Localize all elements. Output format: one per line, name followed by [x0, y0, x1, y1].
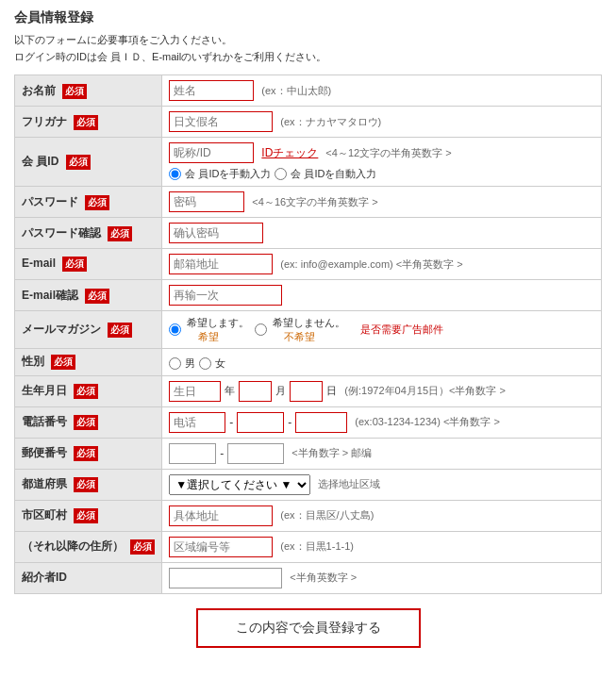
postal-input2[interactable] [227, 443, 284, 464]
table-row: 会 員ID 必須 IDチェック <4～12文字の半角英数字 > 会 員IDを手動… [15, 138, 602, 187]
address-hint: (ex：目黒1-1-1) [280, 539, 354, 554]
mail-magazine-no-label: 希望しません。 [273, 317, 345, 328]
mail-magazine-cell: 希望します。 希望 希望しません。 不希望 是否需要广告邮件 [162, 311, 602, 349]
address-cell: (ex：目黒1-1-1) [162, 531, 602, 562]
table-row: 性別 必須 男 女 [15, 348, 602, 375]
id-check-link[interactable]: IDチェック [261, 145, 318, 161]
password-hint: <4～16文字の半角英数字 > [252, 195, 377, 209]
email-label: E-mail 必須 [15, 249, 162, 280]
password-confirm-input[interactable] [169, 223, 263, 243]
birthday-month-input[interactable] [239, 381, 272, 402]
required-badge: 必須 [51, 355, 75, 370]
name-label: お名前 必須 [15, 75, 162, 107]
email-confirm-input[interactable] [169, 285, 282, 306]
birthday-label: 生年月日 必須 [15, 375, 162, 406]
table-row: メールマガジン 必須 希望します。 希望 希望しません。 不希望 是否需要广告邮… [15, 311, 602, 349]
prefecture-hint: 选择地址区域 [318, 477, 380, 491]
birthday-input[interactable] [169, 381, 221, 402]
id-check-hint: <4～12文字の半角英数字 > [325, 146, 451, 160]
phone-input1[interactable] [169, 412, 225, 433]
mail-magazine-no-sub: 不希望 [284, 331, 315, 342]
page-description: 以下のフォームに必要事項をご入力ください。 ログイン時のIDは会 員ＩＤ、E-m… [14, 32, 602, 65]
required-badge: 必須 [130, 539, 155, 555]
postal-label: 郵便番号 必須 [15, 438, 162, 469]
table-row: 生年月日 必須 年 月 日 (例:1972年04月15日）<半角数字 > [15, 375, 602, 406]
gender-male-radio[interactable] [169, 357, 181, 370]
table-row: 紹介者ID <半角英数字 > [15, 562, 602, 593]
gender-female-radio[interactable] [199, 357, 211, 370]
table-row: 都道府県 必須 ▼選択してください ▼ 选择地址区域 [15, 469, 602, 500]
table-row: お名前 必須 (ex：中山太郎) [15, 75, 602, 107]
gender-label: 性別 必須 [15, 348, 162, 375]
referrer-cell: <半角英数字 > [162, 562, 602, 593]
name-cell: (ex：中山太郎) [162, 75, 602, 107]
phone-separator2: - [288, 416, 291, 429]
postal-hint: <半角数字 > 邮编 [291, 446, 372, 460]
table-row: E-mail確認 必須 [15, 280, 602, 311]
address-label: （それ以降の住所） 必須 [15, 531, 162, 562]
birthday-cell: 年 月 日 (例:1972年04月15日）<半角数字 > [162, 375, 602, 406]
phone-hint: (ex:03-1234-1234) <半角数字 > [355, 415, 499, 429]
mail-magazine-chinese-note: 是否需要广告邮件 [360, 323, 443, 337]
year-label: 年 [225, 384, 235, 398]
prefecture-label: 都道府県 必須 [15, 469, 162, 500]
password-confirm-cell [162, 218, 602, 249]
table-row: 電話番号 必須 - - (ex:03-1234-1234) <半角数字 > [15, 406, 602, 438]
password-label: パスワード 必須 [15, 187, 162, 218]
member-id-cell: IDチェック <4～12文字の半角英数字 > 会 員IDを手動入力 会 員IDを… [162, 138, 602, 187]
member-id-auto-label: 会 員IDを自動入力 [291, 167, 376, 181]
required-badge: 必須 [66, 155, 91, 170]
address-input[interactable] [169, 537, 273, 557]
birthday-day-input[interactable] [290, 381, 323, 402]
page-title: 会員情報登録 [14, 9, 602, 26]
mail-magazine-yes-radio[interactable] [169, 323, 181, 336]
mail-magazine-no-radio[interactable] [255, 323, 267, 336]
required-badge: 必須 [62, 84, 87, 99]
required-badge: 必須 [74, 384, 98, 399]
submit-area: この内容で会員登録する [14, 608, 602, 648]
postal-cell: - <半角数字 > 邮编 [162, 438, 602, 469]
birthday-hint: (例:1972年04月15日）<半角数字 > [344, 384, 506, 398]
prefecture-cell: ▼選択してください ▼ 选择地址区域 [162, 469, 602, 500]
table-row: 市区町村 必須 (ex：目黒区/八丈島) [15, 500, 602, 531]
prefecture-select[interactable]: ▼選択してください ▼ [169, 474, 310, 495]
referrer-hint: <半角英数字 > [290, 571, 357, 585]
required-badge: 必須 [74, 508, 98, 523]
required-badge: 必須 [108, 226, 132, 241]
member-id-label: 会 員ID 必須 [15, 138, 162, 187]
month-label: 月 [275, 384, 286, 398]
furigana-hint: (ex：ナカヤマタロウ) [280, 115, 381, 129]
member-id-manual-radio[interactable] [169, 168, 181, 180]
day-label: 日 [326, 384, 337, 398]
member-id-manual-label: 会 員IDを手動入力 [185, 167, 271, 181]
phone-cell: - - (ex:03-1234-1234) <半角数字 > [162, 406, 602, 438]
city-input[interactable] [169, 505, 273, 526]
member-id-auto-radio[interactable] [275, 168, 287, 180]
submit-button[interactable]: この内容で会員登録する [196, 608, 421, 648]
table-row: E-mail 必須 (ex: info@example.com) <半角英数字 … [15, 249, 602, 280]
phone-input2[interactable] [237, 412, 284, 433]
table-row: 郵便番号 必須 - <半角数字 > 邮编 [15, 438, 602, 469]
email-cell: (ex: info@example.com) <半角英数字 > [162, 249, 602, 280]
table-row: （それ以降の住所） 必須 (ex：目黒1-1-1) [15, 531, 602, 562]
table-row: パスワード 必須 <4～16文字の半角英数字 > [15, 187, 602, 218]
gender-female-label: 女 [215, 356, 225, 371]
phone-input3[interactable] [295, 412, 347, 433]
furigana-cell: (ex：ナカヤマタロウ) [162, 107, 602, 138]
required-badge: 必須 [62, 257, 87, 272]
password-input[interactable] [169, 191, 244, 212]
referrer-input[interactable] [169, 568, 282, 588]
required-badge: 必須 [74, 446, 98, 461]
password-confirm-label: パスワード確認 必須 [15, 218, 162, 249]
furigana-label: フリガナ 必須 [15, 107, 162, 138]
city-label: 市区町村 必須 [15, 500, 162, 531]
postal-input1[interactable] [169, 443, 216, 464]
name-input[interactable] [169, 80, 254, 101]
required-badge: 必須 [74, 477, 98, 492]
gender-cell: 男 女 [162, 348, 602, 375]
table-row: パスワード確認 必須 [15, 218, 602, 249]
furigana-input[interactable] [169, 111, 273, 132]
email-input[interactable] [169, 254, 273, 274]
member-id-input[interactable] [169, 142, 254, 163]
required-badge: 必須 [85, 195, 109, 210]
